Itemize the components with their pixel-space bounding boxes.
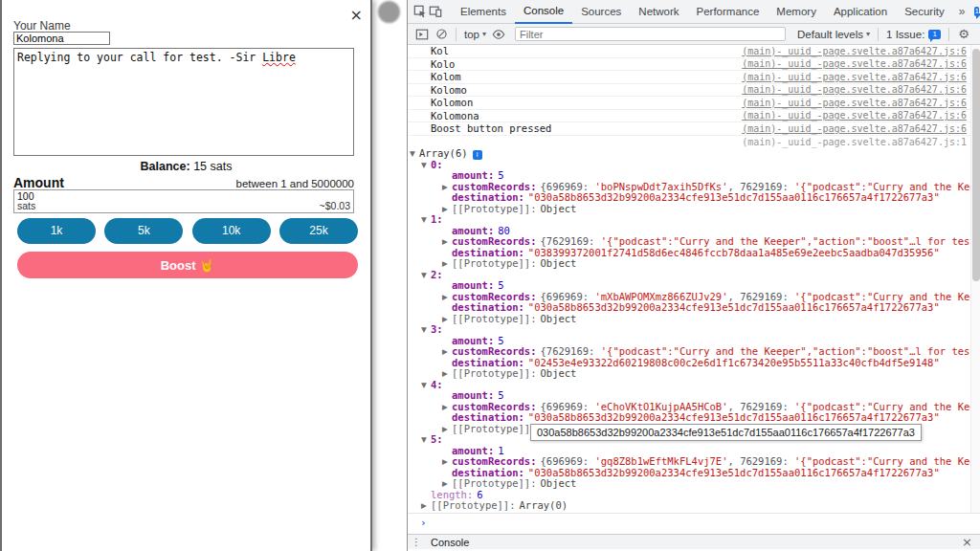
- source-link[interactable]: (main)-_uuid_-page.svelte.a87a6427.js:6: [742, 72, 967, 82]
- log-text: Kolom: [431, 71, 461, 82]
- chevron-collapsed-icon[interactable]: ▶: [442, 368, 452, 380]
- prototype-row[interactable]: ▶[[Prototype]]:Object: [408, 314, 980, 325]
- prototype-row[interactable]: ▶[[Prototype]]:Object: [408, 368, 980, 380]
- log-levels-selector[interactable]: Default levels ▾: [793, 29, 874, 40]
- console-toolbar: top ▾ Default levels ▾ 1 Issue: 1 ⚙: [408, 24, 980, 45]
- console-settings-gear-icon[interactable]: ⚙: [953, 27, 974, 41]
- prop-value: "038399372001f2741d58d6ec4846fccb78daa1a…: [528, 248, 940, 258]
- array-entry[interactable]: ▼0:: [408, 160, 980, 171]
- context-selector[interactable]: top ▾: [460, 29, 490, 40]
- console-scrollbar[interactable]: [970, 45, 980, 513]
- inspect-element-icon[interactable]: [413, 3, 427, 20]
- source-link[interactable]: (main)-_uuid_-page.svelte.a87a6427.js:6: [742, 123, 967, 134]
- prop-value: 80: [498, 226, 510, 236]
- chevron-expanded-icon[interactable]: ▼: [421, 214, 431, 226]
- chevron-collapsed-icon[interactable]: ▶: [442, 236, 452, 248]
- preset-5k-button[interactable]: 5k: [104, 218, 183, 244]
- preset-1k-button[interactable]: 1k: [17, 218, 96, 244]
- devtools-tabbar: Elements Console Sources Network Perform…: [408, 0, 980, 24]
- console-prompt[interactable]: ›: [408, 513, 980, 534]
- source-link[interactable]: (main)-_uuid_-page.svelte.a87a6427.js:6: [742, 84, 967, 95]
- chevron-collapsed-icon[interactable]: ▶: [421, 500, 431, 512]
- chevron-expanded-icon[interactable]: ▼: [421, 380, 431, 391]
- amount-usd: ~$0.03: [320, 201, 350, 211]
- tab-sources[interactable]: Sources: [572, 0, 630, 24]
- prototype-row[interactable]: ▶[[Prototype]]:Object: [408, 258, 980, 270]
- more-tabs-icon[interactable]: »: [953, 5, 971, 18]
- chevron-collapsed-icon[interactable]: ▶: [442, 424, 452, 435]
- chevron-collapsed-icon[interactable]: ▶: [442, 204, 452, 215]
- name-input[interactable]: [13, 32, 110, 45]
- prop-row: amount:5: [408, 390, 980, 402]
- array-header[interactable]: ▼Array(6)i: [408, 148, 980, 160]
- tab-console[interactable]: Console: [515, 0, 572, 24]
- prop-key: length:: [431, 490, 473, 500]
- array-entry[interactable]: ▼4:: [408, 380, 980, 391]
- chevron-expanded-icon[interactable]: ▼: [421, 270, 431, 281]
- tab-application[interactable]: Application: [825, 0, 896, 24]
- boost-button[interactable]: Boost 🤘: [17, 252, 358, 278]
- tab-memory[interactable]: Memory: [768, 0, 825, 24]
- tab-network[interactable]: Network: [630, 0, 687, 24]
- chevron-collapsed-icon[interactable]: ▶: [442, 314, 452, 325]
- source-link[interactable]: (main)-_uuid_-page.svelte.a87a6427.js:6: [742, 46, 967, 56]
- prop-row: amount:5: [408, 280, 980, 292]
- chevron-collapsed-icon[interactable]: ▶: [442, 478, 452, 490]
- drawer-tab-console[interactable]: Console: [431, 537, 469, 548]
- kebab-menu-icon[interactable]: ⋮: [412, 537, 421, 547]
- source-link[interactable]: (main)-_uuid_-page.svelte.a87a6427.js:1: [742, 137, 967, 147]
- clear-console-icon[interactable]: [433, 26, 450, 43]
- chevron-collapsed-icon[interactable]: ▶: [442, 402, 452, 413]
- tab-security[interactable]: Security: [896, 0, 953, 24]
- chevron-collapsed-icon[interactable]: ▶: [442, 292, 452, 303]
- preset-25k-button[interactable]: 25k: [279, 218, 358, 244]
- prop-key: customRecords:: [452, 292, 537, 302]
- chevron-collapsed-icon[interactable]: ▶: [442, 182, 452, 193]
- prop-row: destination:"038399372001f2741d58d6ec484…: [408, 248, 980, 259]
- array-entry[interactable]: ▼1:: [408, 214, 980, 226]
- array-entry[interactable]: ▼3:: [408, 324, 980, 336]
- device-toolbar-icon[interactable]: [429, 3, 442, 20]
- chevron-expanded-icon[interactable]: ▼: [421, 324, 431, 336]
- issues-label: 1 Issue:: [886, 29, 924, 40]
- chevron-down-icon: ▾: [482, 30, 486, 38]
- prototype-row[interactable]: ▶[[Prototype]]:Object: [408, 204, 980, 215]
- chevron-expanded-icon[interactable]: ▼: [410, 148, 419, 160]
- prop-key: amount:: [452, 446, 494, 456]
- source-link[interactable]: (main)-_uuid_-page.svelte.a87a6427.js:6: [742, 58, 967, 69]
- source-link[interactable]: (main)-_uuid_-page.svelte.a87a6427.js:6: [742, 98, 967, 108]
- destination-tooltip: 030a58b8653d32b99200a2334cfe913e51dc7d15…: [530, 424, 922, 441]
- prop-row: destination:"030a58b8653d32b99200a2334cf…: [408, 302, 980, 314]
- amount-unit: sats: [17, 201, 35, 211]
- log-row: Kol(main)-_uuid_-page.svelte.a87a6427.js…: [408, 45, 980, 58]
- issues-counter-icon[interactable]: 1: [974, 7, 978, 16]
- log-text: Kolomon: [431, 97, 473, 108]
- chevron-collapsed-icon[interactable]: ▶: [442, 456, 452, 468]
- prototype-row[interactable]: ▶[[Prototype]]:Array(0): [408, 500, 980, 512]
- filter-input[interactable]: [515, 27, 786, 41]
- source-link[interactable]: (main)-_uuid_-page.svelte.a87a6427.js:6: [742, 110, 967, 121]
- message-textarea[interactable]: Replying to your call for test. -Sir Lib…: [13, 48, 354, 156]
- scrollbar-thumb[interactable]: [972, 49, 980, 281]
- array-entry[interactable]: ▼2:: [408, 270, 980, 281]
- chevron-expanded-icon[interactable]: ▼: [421, 434, 431, 446]
- amount-input[interactable]: 100 sats ~$0.03: [13, 189, 354, 213]
- tab-elements[interactable]: Elements: [452, 0, 515, 24]
- drawer-close-icon[interactable]: ×: [962, 535, 972, 549]
- log-row: Kolomona(main)-_uuid_-page.svelte.a87a64…: [408, 110, 980, 123]
- issues-counter-icon[interactable]: 1: [928, 30, 941, 39]
- info-icon[interactable]: i: [473, 150, 482, 160]
- console-sidebar-icon[interactable]: [413, 26, 431, 43]
- chevron-collapsed-icon[interactable]: ▶: [442, 346, 452, 358]
- tab-performance[interactable]: Performance: [688, 0, 768, 24]
- chevron-expanded-icon[interactable]: ▼: [421, 160, 431, 171]
- prototype-row[interactable]: ▶[[Prototype]]:Object: [408, 478, 980, 490]
- prop-key: customRecords:: [452, 236, 537, 247]
- chevron-collapsed-icon[interactable]: ▶: [442, 258, 452, 270]
- amount-value[interactable]: 100: [14, 190, 353, 201]
- entry-index: 0:: [431, 160, 443, 170]
- live-expression-eye-icon[interactable]: [490, 26, 507, 43]
- preset-10k-button[interactable]: 10k: [192, 218, 271, 244]
- prop-key: destination:: [452, 358, 524, 368]
- close-icon[interactable]: ×: [350, 8, 363, 23]
